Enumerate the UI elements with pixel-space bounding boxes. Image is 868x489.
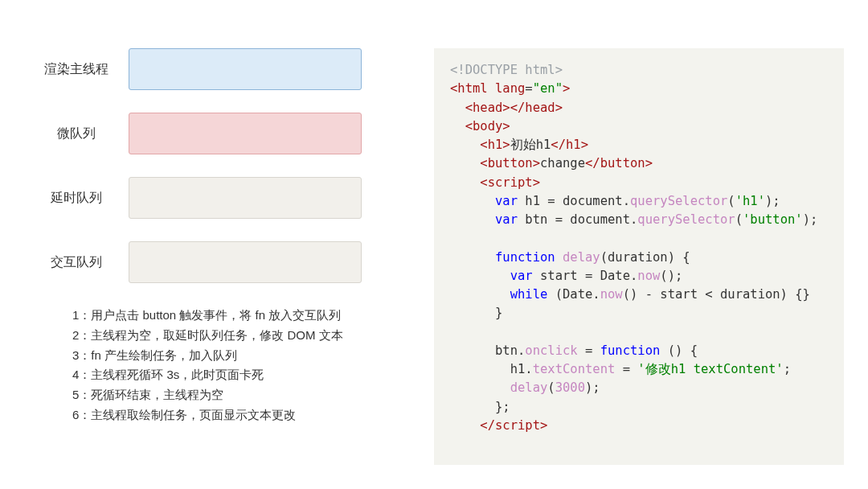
- queue-label: 渲染主线程: [24, 61, 129, 78]
- queue-row: 延时队列: [24, 177, 410, 219]
- queue-row: 交互队列: [24, 241, 410, 283]
- queue-label: 交互队列: [24, 254, 129, 271]
- code-block: <!DOCTYPE html> <html lang="en"> <head><…: [434, 48, 844, 465]
- queue-label: 延时队列: [24, 190, 129, 207]
- queue-box: [129, 48, 362, 90]
- explanation-item: 3：fn 产生绘制任务，加入队列: [72, 346, 410, 366]
- queue-label: 微队列: [24, 125, 129, 142]
- queue-box: [129, 177, 362, 219]
- explanation-item: 5：死循环结束，主线程为空: [72, 385, 410, 405]
- queue-row: 渲染主线程: [24, 48, 410, 90]
- explanation-item: 6：主线程取绘制任务，页面显示文本更改: [72, 405, 410, 425]
- explanation-item: 2：主线程为空，取延时队列任务，修改 DOM 文本: [72, 326, 410, 346]
- queue-box: [129, 113, 362, 154]
- explanation-item: 4：主线程死循环 3s，此时页面卡死: [72, 365, 410, 385]
- code-line: <!DOCTYPE html>: [450, 63, 563, 77]
- diagram-left-panel: 渲染主线程微队列延时队列交互队列 1：用户点击 button 触发事件，将 fn…: [24, 48, 434, 465]
- queue-row: 微队列: [24, 113, 410, 154]
- explanation-item: 1：用户点击 button 触发事件，将 fn 放入交互队列: [72, 306, 410, 326]
- explanation-list: 1：用户点击 button 触发事件，将 fn 放入交互队列2：主线程为空，取延…: [24, 306, 410, 425]
- queue-box: [129, 241, 362, 283]
